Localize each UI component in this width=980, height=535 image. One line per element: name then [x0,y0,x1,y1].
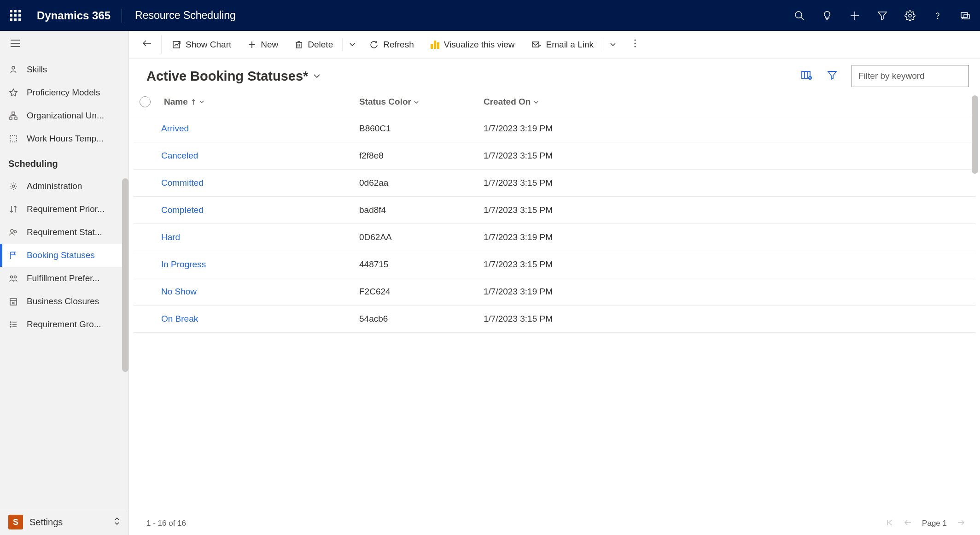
sidebar-item-label: Proficiency Models [27,88,100,98]
record-link[interactable]: In Progress [161,259,359,270]
view-header: Active Booking Statuses* [129,59,980,91]
keyword-filter-input[interactable] [852,65,969,87]
table-row[interactable]: In Progress4487151/7/2023 3:15 PM [134,251,975,278]
new-button[interactable]: New [239,36,286,53]
pager-bar: 1 - 16 of 16 Page 1 [129,512,980,535]
view-selector-dropdown[interactable] [313,71,321,81]
next-page-button[interactable] [957,519,965,528]
svg-rect-13 [10,117,12,119]
email-link-label: Email a Link [546,40,594,50]
table-row[interactable]: Completedbad8f41/7/2023 3:15 PM [134,197,975,224]
chevron-down-icon[interactable] [199,100,204,104]
table-row[interactable]: ArrivedB860C11/7/2023 3:19 PM [134,115,975,142]
lightbulb-icon[interactable] [822,10,833,21]
svg-point-17 [11,229,13,232]
help-icon[interactable] [932,10,943,21]
visualize-button[interactable]: Visualize this view [422,36,523,53]
sidebar-item-skills[interactable]: Skills [0,58,128,81]
more-commands-button[interactable] [627,35,643,54]
chevron-down-icon[interactable] [414,100,419,105]
command-bar: Show Chart New Delete Refresh Visualize … [129,31,980,59]
svg-point-19 [11,276,13,278]
refresh-label: Refresh [383,40,414,50]
area-switcher[interactable]: S Settings [0,509,128,535]
content-scrollbar[interactable] [972,95,978,174]
prev-page-button[interactable] [904,519,912,528]
add-icon[interactable] [849,10,860,21]
table-row[interactable]: Committed0d62aa1/7/2023 3:15 PM [134,170,975,197]
sidebar-item-label: Organizational Un... [27,111,104,121]
table-row[interactable]: On Break54acb61/7/2023 3:15 PM [134,306,975,333]
app-launcher-icon[interactable] [10,10,21,21]
show-chart-button[interactable]: Show Chart [163,36,239,53]
delete-dropdown[interactable] [344,36,361,53]
chat-icon[interactable] [960,10,971,21]
list-icon [8,319,18,329]
record-link[interactable]: Arrived [161,123,359,134]
record-link[interactable]: No Show [161,287,359,297]
grid: Name Status Color Created On ArrivedB860… [129,91,980,512]
sidebar-item-reqpriority[interactable]: Requirement Prior... [0,198,128,221]
record-link[interactable]: Completed [161,205,359,215]
record-link[interactable]: Committed [161,178,359,188]
delete-button[interactable]: Delete [286,36,341,53]
column-header-statuscolor[interactable]: Status Color [359,97,484,107]
calendar-x-icon [8,296,18,306]
svg-point-29 [10,326,11,327]
sidebar-item-bookingstatuses[interactable]: Booking Statuses [0,244,128,267]
email-dropdown[interactable] [604,36,622,53]
table-row[interactable]: Canceledf2f8e81/7/2023 3:15 PM [134,142,975,170]
sidebar-item-fulfillment[interactable]: Fulfillment Prefer... [0,267,128,290]
created-on-cell: 1/7/2023 3:19 PM [484,287,599,297]
gear-icon[interactable] [904,10,916,21]
sidebar-item-workhours[interactable]: Work Hours Temp... [0,127,128,150]
status-color-cell: 54acb6 [359,314,484,324]
filter-icon[interactable] [827,70,838,83]
hierarchy-icon [8,111,18,121]
sidebar-item-proficiency[interactable]: Proficiency Models [0,81,128,104]
column-header-name[interactable]: Name [161,97,359,107]
flag-icon [8,250,18,260]
search-icon[interactable] [794,10,805,21]
star-icon [8,88,18,98]
email-link-button[interactable]: Email a Link [523,36,602,53]
edit-columns-icon[interactable] [801,70,813,82]
table-row[interactable]: Hard0D62AA1/7/2023 3:19 PM [134,224,975,251]
record-link[interactable]: Canceled [161,151,359,161]
chevron-down-icon[interactable] [533,100,539,105]
status-color-cell: 0d62aa [359,178,484,188]
funnel-icon[interactable] [877,10,888,21]
new-label: New [261,40,278,50]
sidebar-item-closures[interactable]: Business Closures [0,290,128,313]
svg-point-4 [909,14,911,17]
visualize-label: Visualize this view [444,40,515,50]
status-color-cell: F2C624 [359,287,484,297]
divider [122,9,122,23]
arrows-icon [8,204,18,214]
refresh-button[interactable]: Refresh [361,36,422,53]
status-color-cell: f2f8e8 [359,151,484,161]
created-on-cell: 1/7/2023 3:15 PM [484,178,599,188]
sidebar-item-administration[interactable]: Administration [0,175,128,198]
svg-rect-15 [10,135,17,142]
sidebar-item-reqgroups[interactable]: Requirement Gro... [0,313,128,336]
first-page-button[interactable] [886,519,893,529]
sidebar-item-reqstatus[interactable]: Requirement Stat... [0,221,128,244]
page-label: Page 1 [922,519,947,528]
record-link[interactable]: Hard [161,232,359,242]
back-button[interactable] [133,35,162,54]
svg-point-0 [795,12,802,18]
created-on-cell: 1/7/2023 3:15 PM [484,314,599,324]
select-all-checkbox[interactable] [140,96,151,107]
area-label: Settings [29,517,63,528]
column-header-createdon[interactable]: Created On [484,97,599,107]
app-name-label: Resource Scheduling [135,9,236,22]
template-icon [8,134,18,144]
record-link[interactable]: On Break [161,314,359,324]
sidebar-scrollbar[interactable] [122,178,128,372]
table-row[interactable]: No ShowF2C6241/7/2023 3:19 PM [134,278,975,306]
sidebar-item-label: Requirement Stat... [27,227,102,237]
sidebar-item-orgunits[interactable]: Organizational Un... [0,104,128,127]
record-summary: 1 - 16 of 16 [146,519,186,528]
hamburger-icon[interactable] [0,31,128,58]
